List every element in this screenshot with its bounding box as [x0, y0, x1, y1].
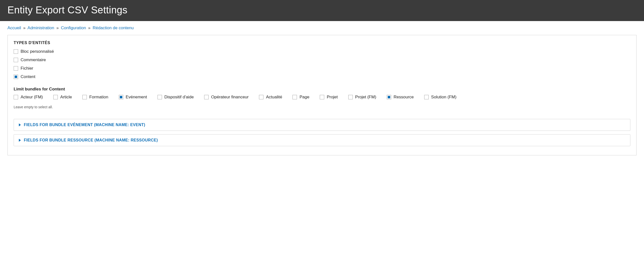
- checkbox-label[interactable]: Ressource: [394, 95, 414, 100]
- breadcrumb-link-accueil[interactable]: Accueil: [8, 25, 21, 30]
- details-panel-ressource: FIELDS FOR BUNDLE RESSOURCE (MACHINE NAM…: [14, 134, 630, 146]
- bundles-row: Acteur (FM) Article Formation Evénement …: [14, 95, 630, 103]
- checkbox-evenement[interactable]: [119, 95, 123, 99]
- details-title: FIELDS FOR BUNDLE RESSOURCE (MACHINE NAM…: [24, 138, 158, 142]
- checkbox-label[interactable]: Opérateur financeur: [211, 95, 248, 100]
- bundle-item: Formation: [82, 95, 108, 100]
- details-panel-evenement: FIELDS FOR BUNDLE EVÉNEMENT (MACHINE NAM…: [14, 119, 630, 131]
- breadcrumb: Accueil » Administration » Configuration…: [0, 21, 644, 35]
- bundle-item: Projet (FM): [348, 95, 376, 100]
- checkbox-label[interactable]: Formation: [89, 95, 108, 100]
- bundle-item: Article: [53, 95, 72, 100]
- checkbox-label[interactable]: Bloc personnalisé: [20, 49, 54, 54]
- page-title: Entity Export CSV Settings: [8, 4, 636, 15]
- details-title: FIELDS FOR BUNDLE EVÉNEMENT (MACHINE NAM…: [24, 123, 145, 127]
- chevron-right-icon: [19, 139, 21, 142]
- checkbox-label[interactable]: Projet: [327, 95, 338, 100]
- checkbox-formation[interactable]: [82, 95, 87, 99]
- checkbox-label[interactable]: Content: [20, 74, 36, 79]
- checkbox-acteur-fm[interactable]: [14, 95, 18, 99]
- checkbox-label[interactable]: Solution (FM): [431, 95, 456, 100]
- bundle-item: Solution (FM): [424, 95, 456, 100]
- chevron-right-icon: [19, 123, 21, 126]
- checkbox-label[interactable]: Evénement: [126, 95, 147, 100]
- checkbox-label[interactable]: Dispositif d'aide: [164, 95, 194, 100]
- breadcrumb-separator: »: [56, 25, 58, 30]
- bundle-item: Dispositif d'aide: [158, 95, 194, 100]
- checkbox-page[interactable]: [292, 95, 297, 99]
- settings-panel: TYPES D'ENTITÉS Bloc personnalisé Commen…: [8, 35, 636, 155]
- bundles-heading: Limit bundles for Content: [14, 87, 630, 92]
- breadcrumb-link-configuration[interactable]: Configuration: [61, 25, 86, 30]
- header-bar: Entity Export CSV Settings: [0, 0, 644, 21]
- checkbox-projet-fm[interactable]: [348, 95, 353, 99]
- checkbox-label[interactable]: Page: [300, 95, 309, 100]
- bundles-help-text: Leave empty to select all.: [14, 105, 630, 109]
- checkbox-label[interactable]: Acteur (FM): [20, 95, 43, 100]
- entity-type-item: Content: [14, 74, 630, 79]
- entity-type-item: Commentaire: [14, 57, 630, 62]
- checkbox-commentaire[interactable]: [14, 58, 18, 62]
- bundle-item: Ressource: [387, 95, 414, 100]
- checkbox-bloc-personnalise[interactable]: [14, 49, 18, 54]
- content-wrap: TYPES D'ENTITÉS Bloc personnalisé Commen…: [0, 35, 644, 155]
- checkbox-solution-fm[interactable]: [424, 95, 429, 99]
- bundle-item: Opérateur financeur: [204, 95, 248, 100]
- checkbox-label[interactable]: Commentaire: [20, 57, 46, 62]
- entity-types-list: Bloc personnalisé Commentaire Fichier Co…: [14, 49, 630, 79]
- bundle-item: Projet: [320, 95, 338, 100]
- bundle-item: Acteur (FM): [14, 95, 43, 100]
- breadcrumb-link-redaction[interactable]: Rédaction de contenu: [93, 25, 134, 30]
- bundle-item: Evénement: [119, 95, 147, 100]
- bundle-item: Page: [292, 95, 309, 100]
- bundle-item: Actualité: [259, 95, 282, 100]
- checkbox-dispositif-aide[interactable]: [158, 95, 162, 99]
- checkbox-operateur-financeur[interactable]: [204, 95, 209, 99]
- breadcrumb-separator: »: [23, 25, 26, 30]
- checkbox-label[interactable]: Fichier: [20, 66, 33, 71]
- checkbox-article[interactable]: [53, 95, 58, 99]
- checkbox-label[interactable]: Projet (FM): [355, 95, 376, 100]
- checkbox-ressource[interactable]: [387, 95, 391, 99]
- checkbox-fichier[interactable]: [14, 66, 18, 71]
- checkbox-projet[interactable]: [320, 95, 324, 99]
- entity-type-item: Fichier: [14, 66, 630, 71]
- breadcrumb-link-administration[interactable]: Administration: [28, 25, 54, 30]
- checkbox-label[interactable]: Actualité: [266, 95, 282, 100]
- details-summary-ressource[interactable]: FIELDS FOR BUNDLE RESSOURCE (MACHINE NAM…: [14, 135, 630, 146]
- breadcrumb-separator: »: [88, 25, 90, 30]
- details-summary-evenement[interactable]: FIELDS FOR BUNDLE EVÉNEMENT (MACHINE NAM…: [14, 119, 630, 131]
- entity-type-item: Bloc personnalisé: [14, 49, 630, 54]
- checkbox-label[interactable]: Article: [60, 95, 72, 100]
- entity-types-heading: TYPES D'ENTITÉS: [14, 41, 630, 45]
- checkbox-actualite[interactable]: [259, 95, 264, 99]
- checkbox-content[interactable]: [14, 75, 18, 79]
